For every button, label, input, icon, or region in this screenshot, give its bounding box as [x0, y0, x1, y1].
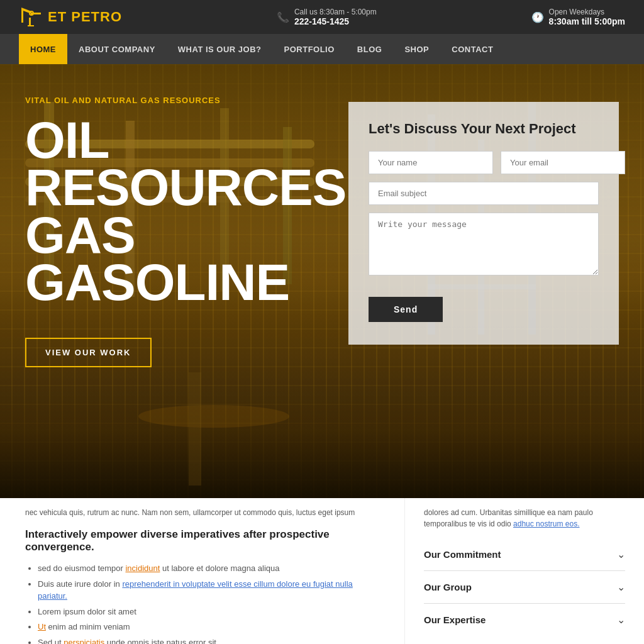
- empower-heading: Interactively empower diverse imperative…: [25, 528, 379, 553]
- accordion: Our Commitment ⌄ Our Group ⌄ Our Experti…: [424, 538, 625, 636]
- chevron-down-icon: ⌄: [617, 614, 625, 626]
- hours-value: 8:30am till 5:00pm: [549, 16, 625, 26]
- chevron-down-icon: ⌄: [617, 581, 625, 593]
- hero-text: VITAL OIL AND NATURAL GAS RESOURCES OIL …: [25, 96, 327, 367]
- clock-icon: 🕐: [531, 11, 544, 23]
- logo-text: ET PETRO: [48, 9, 122, 25]
- form-message-row: [369, 213, 599, 278]
- nav-contact[interactable]: CONTACT: [440, 34, 504, 64]
- form-title: Let's Discuss Your Next Project: [369, 121, 599, 137]
- scroll-text-left: nec vehicula quis, rutrum ac nunc. Nam n…: [25, 504, 379, 518]
- svg-rect-9: [189, 372, 201, 486]
- accordion-expertise[interactable]: Our Expertise ⌄: [424, 604, 625, 636]
- right-link[interactable]: adhuc nostrum eos.: [513, 519, 579, 528]
- list-item: sed do eiusmod tempor incididunt ut labo…: [38, 562, 379, 575]
- hours-info: 🕐 Open Weekdays 8:30am till 5:00pm: [531, 8, 625, 26]
- nav-blog[interactable]: BLOG: [346, 34, 394, 64]
- send-button[interactable]: Send: [369, 297, 443, 322]
- name-input[interactable]: [369, 151, 493, 174]
- hours-label: Open Weekdays: [549, 8, 625, 16]
- chevron-down-icon: ⌄: [617, 548, 625, 560]
- list-item: Sed ut perspiciatis unde omnis iste natu…: [38, 636, 379, 645]
- svg-point-8: [138, 405, 289, 428]
- hero-section: VITAL OIL AND NATURAL GAS RESOURCES OIL …: [0, 64, 644, 498]
- svg-rect-1: [29, 18, 31, 26]
- top-bar: ET PETRO 📞 Call us 8:30am - 5:00pm 222-1…: [0, 0, 644, 34]
- logo: ET PETRO: [19, 5, 122, 29]
- navbar: HOME ABOUT COMPANY WHAT IS OUR JOB? PORT…: [0, 34, 644, 64]
- nav-portfolio[interactable]: PORTFOLIO: [273, 34, 346, 64]
- phone-icon: 📞: [277, 11, 289, 23]
- view-work-button[interactable]: VIEW OUR WORK: [25, 338, 152, 367]
- lower-section: nec vehicula quis, rutrum ac nunc. Nam n…: [0, 498, 644, 644]
- form-subject-row: [369, 182, 599, 205]
- scroll-text-right: dolores ad cum. Urbanitas simillique ea …: [424, 504, 625, 530]
- form-name-email-row: [369, 151, 599, 174]
- bullet-list: sed do eiusmod tempor incididunt ut labo…: [25, 562, 379, 644]
- list-item: Lorem ipsum dolor sit amet: [38, 606, 379, 618]
- hero-title: OIL RESOURCES GAS GASOLINE: [25, 116, 327, 306]
- email-input[interactable]: [501, 151, 625, 174]
- lower-left: nec vehicula quis, rutrum ac nunc. Nam n…: [0, 498, 405, 644]
- nav-home[interactable]: HOME: [19, 34, 67, 64]
- contact-form: Let's Discuss Your Next Project Send: [348, 102, 619, 345]
- logo-icon: [19, 5, 43, 29]
- phone-info: 📞 Call us 8:30am - 5:00pm 222-145-1425: [277, 8, 377, 26]
- phone-number: 222-145-1425: [294, 16, 377, 26]
- svg-rect-3: [21, 10, 23, 23]
- list-item: Duis aute irure dolor in reprehenderit i…: [38, 578, 379, 602]
- svg-rect-2: [28, 25, 34, 26]
- hero-subtitle: VITAL OIL AND NATURAL GAS RESOURCES: [25, 96, 327, 105]
- accordion-commitment[interactable]: Our Commitment ⌄: [424, 538, 625, 571]
- hero-content: VITAL OIL AND NATURAL GAS RESOURCES OIL …: [0, 64, 644, 367]
- call-label: Call us 8:30am - 5:00pm: [294, 8, 377, 16]
- nav-shop[interactable]: SHOP: [393, 34, 440, 64]
- list-item: Ut enim ad minim veniam: [38, 621, 379, 633]
- nav-about[interactable]: ABOUT COMPANY: [67, 34, 167, 64]
- accordion-group[interactable]: Our Group ⌄: [424, 571, 625, 604]
- lower-right: dolores ad cum. Urbanitas simillique ea …: [405, 498, 644, 644]
- nav-job[interactable]: WHAT IS OUR JOB?: [167, 34, 273, 64]
- subject-input[interactable]: [369, 182, 599, 205]
- message-textarea[interactable]: [369, 213, 599, 275]
